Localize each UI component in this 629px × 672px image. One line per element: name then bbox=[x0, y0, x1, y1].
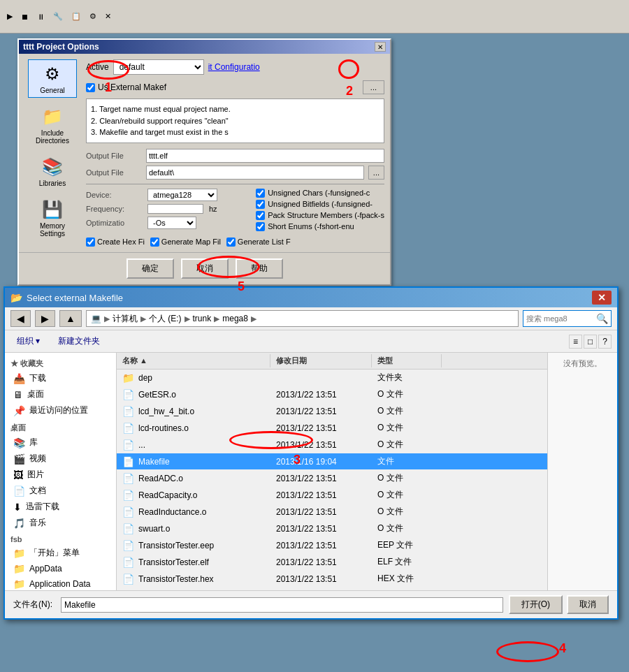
toolbar-btn-3[interactable]: ⏸ bbox=[34, 10, 48, 23]
file-row[interactable]: 📄ReadCapacity.o 2013/1/22 13:51 O 文件 bbox=[117, 487, 547, 504]
file-row[interactable]: 📄ReadADC.o 2013/1/22 13:51 O 文件 bbox=[117, 470, 547, 487]
col-type-header[interactable]: 类型 bbox=[372, 354, 442, 367]
sidebar-item-memory[interactable]: 💾 MemorySettings bbox=[28, 195, 77, 241]
frequency-unit: hz bbox=[209, 205, 217, 213]
file-address-toolbar: ◀ ▶ ▲ 💻 ▶ 计算机 ▶ 个人 (E:) ▶ trunk ▶ mega8 … bbox=[5, 307, 617, 330]
sidebar-start-menu[interactable]: 📁「开始」菜单 bbox=[5, 545, 116, 561]
file-cancel-button[interactable]: 取消 bbox=[567, 595, 609, 614]
fsb-header[interactable]: fsb bbox=[5, 534, 116, 545]
sidebar-download[interactable]: 📥下载 bbox=[5, 370, 116, 386]
frequency-input[interactable] bbox=[147, 204, 203, 214]
unsigned-bitfields-checkbox[interactable] bbox=[256, 200, 265, 209]
pack-structure-checkbox[interactable] bbox=[256, 211, 265, 220]
active-dropdown[interactable]: default bbox=[113, 59, 204, 75]
sidebar-library[interactable]: 📚库 bbox=[5, 434, 116, 451]
col-name-header[interactable]: 名称 ▲ bbox=[117, 354, 270, 367]
file-sidebar: ★ 收藏夹 📥下载 🖥桌面 📌最近访问的位置 桌面 📚库 🎬视频 🖼图片 📄文档… bbox=[5, 353, 117, 590]
preview-text: 没有预览。 bbox=[563, 358, 602, 369]
generate-map-checkbox[interactable] bbox=[150, 238, 159, 247]
file-row-makefile[interactable]: 📄Makefile 2013/1/16 19:04 文件 bbox=[117, 453, 547, 470]
optimization-select[interactable]: -Os bbox=[147, 217, 196, 229]
breadcrumb-part-4: mega8 bbox=[222, 314, 248, 323]
active-row: Active default it Configuratio bbox=[86, 59, 384, 75]
file-row[interactable]: 📄TransistorTester.hex 2013/1/22 13:51 HE… bbox=[117, 571, 547, 587]
search-input[interactable] bbox=[523, 314, 593, 323]
file-row[interactable]: 📄TransistorTester.lss 2013/1/22 13:51 LS… bbox=[117, 587, 547, 590]
cancel-button[interactable]: 取消 bbox=[181, 258, 229, 279]
file-row[interactable]: 📄... 2013/1/22 13:51 O 文件 bbox=[117, 437, 547, 453]
sidebar-item-include[interactable]: 📁 IncludeDirectories bbox=[28, 102, 77, 148]
output-file-2-row: Output File ... bbox=[86, 166, 384, 180]
toolbar-btn-5[interactable]: 📋 bbox=[68, 10, 85, 23]
generate-list-checkbox[interactable] bbox=[226, 238, 236, 247]
external-makefile-browse-btn[interactable]: ... bbox=[363, 80, 384, 94]
pack-structure-row: Pack Structure Members (-fpack-s bbox=[256, 211, 384, 220]
organize-button[interactable]: 组织 ▾ bbox=[10, 333, 46, 349]
file-list: 名称 ▲ 修改日期 类型 📁dep 文件夹 📄GetESR.o 2013/1/2… bbox=[117, 353, 547, 590]
search-button[interactable]: 🔍 bbox=[593, 312, 611, 326]
toolbar-btn-6[interactable]: ⚙ bbox=[86, 10, 100, 23]
sidebar-pictures[interactable]: 🖼图片 bbox=[5, 467, 116, 483]
file-row[interactable]: 📄lcd_hw_4_bit.o 2013/1/22 13:51 O 文件 bbox=[117, 403, 547, 420]
sidebar-video[interactable]: 🎬视频 bbox=[5, 451, 116, 467]
toolbar-btn-7[interactable]: ✕ bbox=[101, 10, 115, 23]
file-row[interactable]: 📄TransistorTester.eep 2013/1/22 13:51 EE… bbox=[117, 537, 547, 554]
file-dialog-close-button[interactable]: ✕ bbox=[592, 291, 612, 305]
sidebar-item-libraries[interactable]: 📚 Libraries bbox=[28, 152, 77, 191]
short-enums-checkbox[interactable] bbox=[256, 222, 265, 231]
nav-back-button[interactable]: ◀ bbox=[10, 310, 31, 327]
device-label: Device: bbox=[86, 191, 142, 199]
output-file-2-input[interactable] bbox=[146, 166, 364, 180]
sidebar-thunder[interactable]: ⬇迅雷下载 bbox=[5, 499, 116, 515]
file-row[interactable]: 📄swuart.o 2013/1/22 13:51 O 文件 bbox=[117, 520, 547, 537]
sidebar-desktop[interactable]: 🖥桌面 bbox=[5, 386, 116, 402]
nav-forward-button[interactable]: ▶ bbox=[35, 310, 55, 327]
breadcrumb-bar: 💻 ▶ 计算机 ▶ 个人 (E:) ▶ trunk ▶ mega8 ▶ bbox=[86, 310, 519, 327]
favorites-header[interactable]: ★ 收藏夹 bbox=[5, 357, 116, 370]
nav-up-button[interactable]: ▲ bbox=[59, 310, 82, 327]
view-grid-btn[interactable]: □ bbox=[584, 335, 597, 349]
file-dialog-title: Select external Makefile bbox=[27, 293, 123, 303]
view-list-btn[interactable]: ≡ bbox=[569, 335, 582, 349]
file-row[interactable]: 📁dep 文件夹 bbox=[117, 370, 547, 386]
memory-icon: 💾 bbox=[41, 198, 64, 221]
help-button[interactable]: 帮助 bbox=[236, 258, 283, 279]
sidebar-recent[interactable]: 📌最近访问的位置 bbox=[5, 402, 116, 418]
new-folder-button[interactable]: 新建文件夹 bbox=[52, 333, 106, 349]
config-link[interactable]: it Configuratio bbox=[208, 62, 260, 72]
sidebar-label-memory: MemorySettings bbox=[40, 222, 65, 238]
optimization-row: Optimizatio -Os bbox=[86, 217, 250, 229]
toolbar-btn-1[interactable]: ▶ bbox=[3, 10, 16, 23]
output-file-1-row: Output File bbox=[86, 149, 384, 163]
sidebar-docs[interactable]: 📄文档 bbox=[5, 483, 116, 499]
project-dialog-close[interactable]: ✕ bbox=[375, 42, 386, 52]
sidebar-application-data[interactable]: 📁Application Data bbox=[5, 576, 116, 590]
annotation-circle-4 bbox=[496, 641, 559, 662]
col-date-header[interactable]: 修改日期 bbox=[270, 354, 372, 367]
toolbar-btn-4[interactable]: 🔧 bbox=[50, 10, 66, 23]
open-button[interactable]: 打开(O) bbox=[509, 595, 563, 614]
view-help-btn[interactable]: ? bbox=[598, 335, 612, 349]
favorites-section: ★ 收藏夹 📥下载 🖥桌面 📌最近访问的位置 bbox=[5, 357, 116, 418]
sidebar-appdata[interactable]: 📁AppData bbox=[5, 561, 116, 576]
divider-1 bbox=[86, 184, 384, 184]
device-select[interactable]: atmega128 bbox=[147, 189, 217, 201]
toolbar-btn-2[interactable]: ⏹ bbox=[17, 10, 32, 23]
create-hex-checkbox[interactable] bbox=[86, 238, 95, 247]
desktop-section-header[interactable]: 桌面 bbox=[5, 421, 116, 434]
frequency-label: Frequency: bbox=[86, 205, 142, 213]
file-row[interactable]: 📄lcd-routines.o 2013/1/22 13:51 O 文件 bbox=[117, 420, 547, 437]
output-file-1-input[interactable] bbox=[146, 149, 384, 163]
confirm-button[interactable]: 确定 bbox=[126, 258, 174, 279]
file-name-input[interactable] bbox=[61, 597, 503, 613]
file-row[interactable]: 📄GetESR.o 2013/1/22 13:51 O 文件 bbox=[117, 386, 547, 403]
file-row[interactable]: 📄ReadInductance.o 2013/1/22 13:51 O 文件 bbox=[117, 504, 547, 520]
sidebar-music[interactable]: 🎵音乐 bbox=[5, 515, 116, 531]
file-row[interactable]: 📄TransistorTester.elf 2013/1/22 13:51 EL… bbox=[117, 554, 547, 571]
sidebar-item-general[interactable]: ⚙ General bbox=[28, 59, 77, 98]
unsigned-chars-checkbox[interactable] bbox=[256, 189, 265, 198]
use-external-makefile-checkbox[interactable] bbox=[86, 83, 95, 92]
output-file-2-browse-btn[interactable]: ... bbox=[368, 166, 384, 180]
fsb-section: fsb 📁「开始」菜单 📁AppData 📁Application Data 📁… bbox=[5, 534, 116, 590]
device-row: Device: atmega128 bbox=[86, 189, 250, 201]
